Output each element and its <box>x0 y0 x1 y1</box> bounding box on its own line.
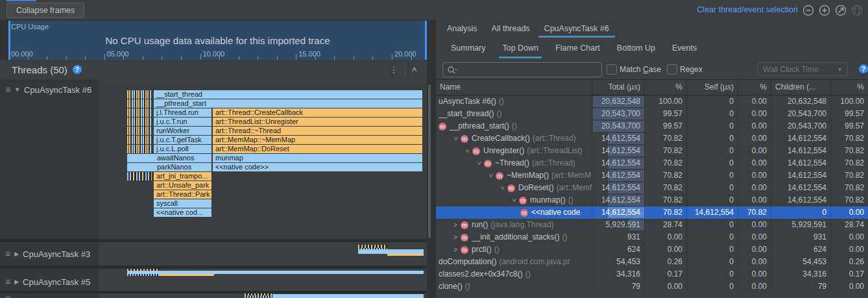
tree-row[interactable]: uAsyncTask #6()()20,632,548100.0000.0020… <box>436 95 868 108</box>
tree-row[interactable]: >mprctl()()6240.0000.006240.00 <box>436 243 868 256</box>
tab-analysis[interactable]: Analysis <box>440 21 485 38</box>
column-header-2[interactable]: % <box>644 80 686 95</box>
call-bar[interactable]: j.u.c.T.getTask <box>154 136 212 144</box>
call-slices[interactable] <box>127 127 151 135</box>
tab-all-threads[interactable]: All threads <box>485 21 537 38</box>
subtab-events[interactable]: Events <box>664 38 705 58</box>
regex-label[interactable]: Regex <box>680 65 703 74</box>
call-bar[interactable]: munmap <box>213 154 423 162</box>
thread-row-cpuasynctask-5[interactable]: ≡▶CpuAsyncTask #5 <box>0 269 428 291</box>
expand-node-icon[interactable]: > <box>450 231 461 243</box>
expand-thread-icon[interactable]: ▶ <box>14 251 19 257</box>
tree-row[interactable]: classes2.dex+0x347c8()()34,3160.1700.003… <box>436 268 868 280</box>
tree-row[interactable]: m__pthread_start()()20,543,70099.5700.00… <box>436 120 868 132</box>
zoom-in-icon[interactable] <box>819 5 830 16</box>
drag-handle-icon[interactable]: ≡ <box>5 277 10 287</box>
thread-activity-bar[interactable] <box>159 274 214 276</box>
subtab-summary[interactable]: Summary <box>442 38 494 58</box>
collapse-node-icon[interactable]: > <box>508 195 520 206</box>
tree-row[interactable]: m<<native code14,612,55470.8214,612,5547… <box>436 206 868 219</box>
tree-row[interactable]: >m~Thread()(art::Thread)14,612,55470.820… <box>436 157 868 169</box>
tree-row[interactable]: >mUnregister()(art::ThreadList)14,612,55… <box>436 145 868 157</box>
collapse-node-icon[interactable]: > <box>461 146 474 156</box>
expand-node-icon[interactable]: > <box>450 219 461 231</box>
thread-row-cpuasynctask-6[interactable]: ≡▼CpuAsyncTask #6__start_thread__pthread… <box>0 79 428 239</box>
thread-row-cpuasynctask-3[interactable]: ≡▶CpuAsyncTask #3 <box>0 242 428 266</box>
column-header-6[interactable]: % <box>830 80 868 95</box>
call-bar[interactable]: art::Thread::Park <box>154 190 212 199</box>
reset-zoom-icon[interactable] <box>835 5 847 16</box>
collapse-node-icon[interactable]: > <box>496 183 509 193</box>
column-header-5[interactable]: Children (... <box>771 80 830 95</box>
call-slices[interactable] <box>127 136 151 144</box>
tree-row[interactable]: >m~MemMap()(art::MemM14,612,55470.8200.0… <box>436 169 868 182</box>
collapse-node-icon[interactable]: > <box>485 171 497 181</box>
call-bar[interactable]: j.l.Thread.run <box>154 108 212 117</box>
subtab-flame-chart[interactable]: Flame Chart <box>547 38 609 58</box>
call-bar[interactable]: syscall <box>154 199 212 208</box>
thread-activity-bar[interactable] <box>358 249 424 254</box>
match-case-label[interactable]: Match Case <box>620 65 661 74</box>
scrollbar-thumb[interactable] <box>428 84 431 238</box>
call-bar[interactable]: art::Unsafe_park <box>154 181 212 190</box>
call-bar[interactable]: art::Thread::~Thread <box>213 127 423 135</box>
thread-activity-bar[interactable] <box>245 293 272 298</box>
call-bar[interactable]: art::MemMap::~MemMap <box>213 136 423 144</box>
regex-checkbox[interactable] <box>667 64 677 75</box>
column-header-1[interactable]: Total (µs) <box>592 80 644 95</box>
thread-activity-bar[interactable] <box>272 294 424 298</box>
call-slices[interactable] <box>127 145 151 153</box>
match-case-checkbox[interactable] <box>607 64 617 75</box>
call-bar[interactable]: art::ThreadList::Unregister <box>213 118 423 126</box>
collapse-node-icon[interactable]: > <box>473 158 485 169</box>
call-bar[interactable]: art::Thread::CreateCallback <box>213 108 423 117</box>
tree-row[interactable]: doComputation()(android.com.java.pr54,45… <box>436 256 868 268</box>
tree-row[interactable]: clone()()790.0000.00790.00 <box>436 280 868 293</box>
collapse-frames-button[interactable]: Collapse frames <box>6 3 84 18</box>
thread-row-partial[interactable]: ≡ <box>0 293 428 298</box>
call-slices[interactable] <box>127 108 151 117</box>
expand-thread-icon[interactable]: ▶ <box>14 279 19 285</box>
collapse-panel-icon[interactable]: > <box>409 67 418 71</box>
tree-row[interactable]: __start_thread()()20,543,70099.5700.0020… <box>436 108 868 120</box>
call-bar[interactable]: art::MemMap::DoReset <box>213 145 423 153</box>
call-bar[interactable]: j.u.c.L.poll <box>154 145 212 153</box>
tab-cpuasynctask-6[interactable]: CpuAsyncTask #6 <box>537 21 616 38</box>
expand-node-icon[interactable]: > <box>450 243 461 256</box>
tree-row[interactable]: >mDoReset()(art::MemM14,612,55470.8200.0… <box>436 182 868 194</box>
call-slices[interactable] <box>127 90 151 99</box>
call-bar[interactable]: j.u.c.T.run <box>154 118 212 126</box>
tree-row[interactable]: >m__init_additional_stacks()()9310.0000.… <box>436 231 868 243</box>
call-slices[interactable] <box>127 172 152 180</box>
call-bar[interactable]: runWorker <box>154 127 212 135</box>
column-header-4[interactable]: % <box>738 80 771 95</box>
column-header-3[interactable]: Self (µs) <box>686 80 738 95</box>
call-bar[interactable]: __start_thread <box>154 90 423 99</box>
tree-row[interactable]: >mCreateCallback()(art::Thread)14,612,55… <box>436 132 868 145</box>
search-icon[interactable] <box>447 66 457 75</box>
clear-thread-event-selection-link[interactable]: Clear thread/event selection <box>697 5 798 14</box>
call-bar[interactable]: __pthread_start <box>154 99 423 108</box>
call-bar[interactable]: <<native cod... <box>154 208 212 217</box>
threads-options-icon[interactable]: ⋮ <box>389 64 398 75</box>
tree-row[interactable]: >mrun()(java.lang.Thread)5,929,59128.740… <box>436 219 868 231</box>
drag-handle-icon[interactable]: ≡ <box>5 249 10 259</box>
thread-activity-bar[interactable] <box>387 254 424 256</box>
collapse-node-icon[interactable]: > <box>450 134 462 144</box>
call-bar[interactable]: awaitNanos <box>127 154 212 162</box>
search-input[interactable] <box>442 62 602 77</box>
panel-divider[interactable] <box>427 19 436 298</box>
call-bar[interactable]: parkNanos <box>127 163 212 171</box>
call-bar[interactable]: art_jni_trampo... <box>154 172 212 180</box>
column-header-0[interactable]: Name <box>436 80 592 95</box>
zoom-out-icon[interactable] <box>802 5 814 16</box>
clock-help-icon[interactable]: ? <box>859 64 868 73</box>
subtab-top-down[interactable]: Top Down <box>494 38 547 58</box>
call-slices[interactable] <box>127 118 151 126</box>
clock-type-dropdown[interactable]: Wall Clock Time ▼ <box>757 62 848 76</box>
subtab-bottom-up[interactable]: Bottom Up <box>609 38 664 58</box>
call-bar[interactable]: <<native code>> <box>213 163 423 171</box>
threads-help-icon[interactable]: ? <box>73 65 82 74</box>
tree-row[interactable]: >mmunmap()()14,612,55470.8200.0014,612,5… <box>436 194 868 206</box>
call-slices[interactable] <box>127 99 151 108</box>
